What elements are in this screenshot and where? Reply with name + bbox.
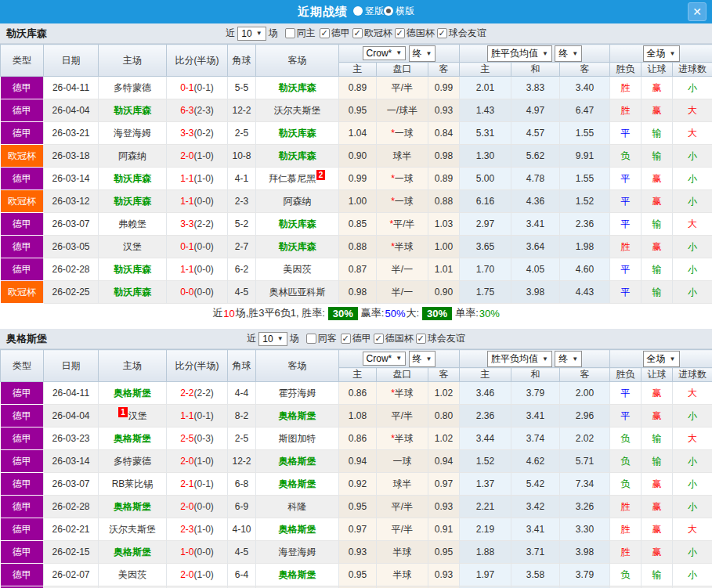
match-score: 2-5(0-3) bbox=[167, 427, 228, 450]
match-row: 德甲26-03-14勒沃库森1-1(1-0)4-1拜仁慕尼黑20.99*一球0.… bbox=[1, 168, 712, 190]
match-score: 2-1(0-1) bbox=[167, 473, 228, 496]
handicap-outcome: 赢 bbox=[642, 473, 673, 496]
fulltime-score: 1-1 bbox=[180, 173, 193, 184]
avg-type-select[interactable]: 胜平负均值▼ bbox=[487, 351, 552, 367]
home-team: 汉堡 bbox=[99, 236, 167, 258]
away-team: 奥格斯堡 bbox=[256, 518, 339, 541]
league-filter-checkbox-0[interactable]: ✓德甲 bbox=[341, 332, 371, 345]
home-team-name: 弗赖堡 bbox=[118, 218, 146, 229]
chevron-down-icon: ▼ bbox=[277, 335, 284, 342]
league-badge: 德甲 bbox=[1, 77, 44, 99]
goals-outcome: 大 bbox=[673, 122, 712, 145]
chevron-down-icon: ▼ bbox=[396, 49, 402, 56]
match-count-select[interactable]: 10▼ bbox=[258, 332, 287, 346]
goals-outcome: 小 bbox=[673, 168, 712, 190]
column-header-2: 主场 bbox=[99, 350, 167, 382]
halftime-score: (0-0) bbox=[194, 241, 214, 252]
layout-radio-vertical[interactable]: 竖版 bbox=[353, 5, 384, 18]
home-team: 勒沃库森 bbox=[99, 258, 167, 281]
same-venue-checkbox[interactable]: 同主 bbox=[285, 27, 316, 40]
result-outcome: 平 bbox=[610, 258, 642, 281]
chevron-down-icon: ▼ bbox=[670, 50, 676, 57]
league-filter-checkbox-0[interactable]: ✓德甲 bbox=[320, 27, 350, 40]
league-filter-checkbox-3[interactable]: ✓球会友谊 bbox=[437, 27, 486, 40]
result-outcome: 胜 bbox=[610, 496, 642, 518]
red-card-badge: 2 bbox=[316, 170, 326, 180]
league-filter-checkbox-1[interactable]: ✓欧冠杯 bbox=[352, 27, 392, 40]
avg-home-odds: 2.19 bbox=[460, 518, 511, 541]
avg-state-select[interactable]: 终▼ bbox=[555, 45, 582, 62]
match-row: 德甲26-02-28奥格斯堡2-0(0-0)6-9科隆0.95平/半0.932.… bbox=[1, 496, 712, 518]
header-group-row: 类型日期主场比分(半场)角球客场Crow*▼ 终▼胜平负均值▼ 终▼全场▼ bbox=[1, 350, 712, 368]
match-count-select[interactable]: 10▼ bbox=[237, 27, 266, 41]
result-outcome: 平 bbox=[610, 405, 642, 427]
away-team-name: 拜仁慕尼黑 bbox=[269, 173, 316, 184]
corner-score: 8-2 bbox=[228, 405, 256, 427]
avg-draw-odds: 3.41 bbox=[511, 213, 560, 236]
same-venue-checkbox[interactable]: 同客 bbox=[306, 332, 337, 345]
matches-label: 场 bbox=[290, 332, 299, 345]
corner-score: 6-2 bbox=[228, 258, 256, 281]
sub-header-4: 和 bbox=[511, 368, 560, 382]
checkbox-icon: ✓ bbox=[416, 334, 426, 344]
odds-state-select[interactable]: 终▼ bbox=[409, 45, 436, 62]
match-score: 2-3(1-0) bbox=[167, 518, 228, 541]
close-button[interactable]: ✕ bbox=[688, 2, 707, 21]
match-date: 26-04-11 bbox=[44, 77, 99, 99]
avg-state-select[interactable]: 终▼ bbox=[555, 351, 582, 367]
match-date: 26-03-12 bbox=[44, 190, 99, 213]
scope-select[interactable]: 全场▼ bbox=[643, 45, 680, 62]
match-date: 26-02-07 bbox=[44, 564, 99, 586]
handicap-line: 平/半 bbox=[377, 405, 428, 427]
avg-draw-odds: 4.97 bbox=[511, 99, 560, 122]
avg-type-select[interactable]: 胜平负均值▼ bbox=[487, 45, 552, 62]
home-team-name: 勒沃库森 bbox=[114, 173, 151, 184]
avg-away-odds: 3.79 bbox=[560, 564, 610, 586]
home-team: 奥格斯堡 bbox=[99, 541, 167, 564]
checkbox-icon: ✓ bbox=[352, 28, 363, 38]
layout-radio-group: 竖版横版 bbox=[353, 5, 414, 20]
column-header-0: 类型 bbox=[1, 45, 44, 77]
avg-away-odds: 1.55 bbox=[560, 168, 610, 190]
handicap-outcome: 输 bbox=[642, 427, 673, 450]
league-filter-checkbox-1[interactable]: ✓德国杯 bbox=[374, 332, 414, 345]
away-team-name: 沃尔夫斯堡 bbox=[274, 105, 321, 116]
league-filter-checkbox-2[interactable]: ✓德国杯 bbox=[395, 27, 435, 40]
away-odds: 0.95 bbox=[428, 541, 460, 564]
fulltime-score: 0-0 bbox=[180, 287, 193, 298]
away-team: 阿森纳 bbox=[256, 190, 339, 213]
results-table: 类型日期主场比分(半场)角球客场Crow*▼ 终▼胜平负均值▼ 终▼全场▼主盘口… bbox=[0, 44, 712, 304]
away-team-name: 勒沃库森 bbox=[279, 82, 316, 93]
league-filter-checkbox-2[interactable]: ✓球会友谊 bbox=[416, 332, 465, 345]
odds-source-select[interactable]: Crow*▼ bbox=[363, 352, 407, 366]
odds-state-select[interactable]: 终▼ bbox=[409, 351, 436, 367]
column-header-2: 主场 bbox=[99, 45, 167, 77]
home-team-name: 海登海姆 bbox=[114, 128, 151, 139]
handicap-line: 半球 bbox=[377, 564, 428, 586]
handicap-outcome: 赢 bbox=[642, 405, 673, 427]
avg-home-odds: 2.01 bbox=[460, 77, 511, 99]
home-team: 阿森纳 bbox=[99, 145, 167, 168]
chevron-down-icon: ▼ bbox=[256, 30, 262, 37]
home-odds: 0.85 bbox=[339, 213, 377, 236]
league-badge: 德甲 bbox=[1, 496, 44, 518]
avg-header-cell: 胜平负均值▼ 终▼ bbox=[460, 45, 610, 63]
match-row: 德甲26-03-07RB莱比锡2-1(0-1)6-8奥格斯堡0.92球半0.97… bbox=[1, 473, 712, 496]
home-odds: 0.99 bbox=[339, 168, 377, 190]
corner-score: 2-5 bbox=[228, 427, 256, 450]
odds-source-select[interactable]: Crow*▼ bbox=[363, 46, 407, 60]
match-count-select-label: 10 bbox=[262, 334, 273, 345]
corner-score: 10-8 bbox=[228, 145, 256, 168]
result-outcome: 胜 bbox=[610, 99, 642, 122]
handicap-text: 半球 bbox=[393, 569, 412, 580]
home-odds: 0.97 bbox=[339, 518, 377, 541]
handicap-outcome: 赢 bbox=[642, 190, 673, 213]
home-team-name: 多特蒙德 bbox=[114, 82, 151, 93]
fulltime-score: 2-2 bbox=[180, 388, 193, 399]
corner-score: 4-5 bbox=[228, 541, 256, 564]
match-row: 德甲26-03-23奥格斯堡2-5(0-3)2-5斯图加特0.86*半球1.02… bbox=[1, 427, 712, 450]
layout-radio-horizontal[interactable]: 横版 bbox=[384, 5, 414, 18]
scope-select[interactable]: 全场▼ bbox=[643, 351, 680, 367]
away-odds: 0.93 bbox=[428, 496, 460, 518]
home-team: 勒沃库森 bbox=[99, 168, 167, 190]
